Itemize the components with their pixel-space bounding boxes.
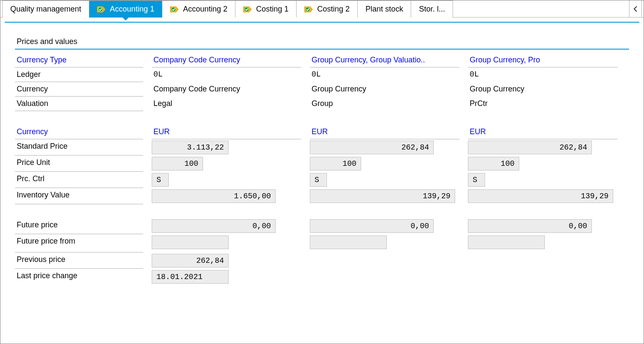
- inventory-value-field-1[interactable]: 139,29: [310, 189, 455, 203]
- tab-content: Prices and values Currency Type Company …: [0, 18, 644, 289]
- svg-point-7: [306, 7, 310, 11]
- tab-stor-loc[interactable]: Stor. l...: [411, 0, 453, 18]
- value-currency-1: Group Currency: [310, 82, 459, 97]
- standard-price-field-2[interactable]: 262,84: [468, 141, 592, 154]
- standard-price-field-1[interactable]: 262,84: [310, 141, 434, 154]
- tab-label: Costing 2: [317, 5, 350, 14]
- label-future-price: Future price: [15, 218, 143, 234]
- check-tag-icon: [97, 6, 106, 13]
- tab-label: Quality management: [10, 5, 81, 14]
- label-future-price-from: Future price from: [15, 234, 143, 253]
- value-currency2-2[interactable]: EUR: [468, 125, 618, 139]
- tab-accounting-1[interactable]: Accounting 1: [89, 0, 162, 18]
- tab-accounting-2[interactable]: Accounting 2: [162, 0, 235, 18]
- tab-label: Plant stock: [365, 5, 403, 14]
- inventory-value-field-0[interactable]: 1.650,00: [152, 189, 276, 203]
- check-tag-icon: [243, 6, 253, 13]
- tab-label: Accounting 1: [110, 5, 154, 14]
- label-last-price-change: Last price change: [15, 269, 143, 285]
- material-master-window: Quality management Accounting 1: [0, 0, 644, 344]
- svg-point-5: [244, 7, 249, 11]
- tab-costing-2[interactable]: Costing 2: [296, 0, 358, 18]
- label-valuation: Valuation: [15, 97, 143, 111]
- value-ledger-2: 0L: [468, 68, 618, 82]
- prc-ctrl-field-2[interactable]: S: [468, 173, 485, 187]
- future-price-from-field-2[interactable]: [468, 235, 545, 249]
- label-currency: Currency: [15, 82, 143, 97]
- prc-ctrl-field-0[interactable]: S: [152, 173, 169, 187]
- tab-label: Accounting 2: [183, 5, 227, 14]
- tab-scroll-left-button[interactable]: [629, 0, 642, 17]
- label-inventory-value: Inventory Value: [15, 188, 143, 204]
- tab-quality-management[interactable]: Quality management: [2, 0, 89, 18]
- label-previous-price: Previous price: [15, 253, 143, 269]
- label-currency2[interactable]: Currency: [15, 125, 143, 139]
- price-unit-field-0[interactable]: 100: [152, 157, 203, 171]
- tab-bar: Quality management Accounting 1: [0, 0, 644, 18]
- tag-icon: [304, 6, 314, 13]
- value-currency2-0[interactable]: EUR: [152, 125, 301, 139]
- future-price-field-0[interactable]: 0,00: [152, 219, 276, 233]
- col-header-group-valuation[interactable]: Group Currency, Group Valuatio..: [310, 53, 459, 68]
- label-ledger: Ledger: [15, 68, 143, 82]
- label-price-unit: Price Unit: [15, 156, 143, 172]
- tab-label: Stor. l...: [419, 5, 445, 14]
- value-currency2-1[interactable]: EUR: [310, 125, 459, 139]
- value-valuation-2: PrCtr: [468, 97, 618, 111]
- prc-ctrl-field-1[interactable]: S: [310, 173, 327, 187]
- price-unit-field-1[interactable]: 100: [310, 157, 361, 171]
- inventory-value-field-2[interactable]: 139,29: [468, 189, 613, 203]
- tab-label: Costing 1: [256, 5, 288, 14]
- last-price-change-field-0[interactable]: 18.01.2021: [152, 270, 229, 284]
- future-price-from-field-1[interactable]: [310, 235, 387, 249]
- previous-price-field-0[interactable]: 262,84: [152, 254, 229, 268]
- value-ledger-0: 0L: [152, 68, 301, 82]
- label-standard-price: Standard Price: [15, 139, 143, 156]
- future-price-from-field-0[interactable]: [152, 235, 229, 249]
- value-valuation-0: Legal: [152, 97, 301, 111]
- prices-grid: Currency Type Company Code Currency Grou…: [15, 53, 629, 285]
- price-unit-field-2[interactable]: 100: [468, 157, 519, 171]
- svg-point-3: [171, 7, 176, 11]
- tab-plant-stock[interactable]: Plant stock: [357, 0, 411, 18]
- prices-and-values-group: Prices and values Currency Type Company …: [15, 35, 629, 285]
- col-header-company-code[interactable]: Company Code Currency: [152, 53, 301, 68]
- tab-costing-1[interactable]: Costing 1: [235, 0, 297, 18]
- value-ledger-1: 0L: [310, 68, 459, 82]
- accent-separator: [5, 22, 639, 23]
- value-valuation-1: Group: [310, 97, 459, 111]
- standard-price-field-0[interactable]: 3.113,22: [152, 141, 229, 154]
- future-price-field-1[interactable]: 0,00: [310, 219, 434, 233]
- svg-point-1: [98, 7, 103, 11]
- group-title: Prices and values: [15, 35, 629, 50]
- future-price-field-2[interactable]: 0,00: [468, 219, 592, 233]
- value-currency-0: Company Code Currency: [152, 82, 301, 97]
- label-prc-ctrl: Prc. Ctrl: [15, 172, 143, 188]
- col-header-group-pro[interactable]: Group Currency, Pro: [468, 53, 618, 68]
- value-currency-2: Group Currency: [468, 82, 618, 97]
- check-tag-icon: [170, 6, 179, 13]
- label-currency-type[interactable]: Currency Type: [15, 53, 143, 68]
